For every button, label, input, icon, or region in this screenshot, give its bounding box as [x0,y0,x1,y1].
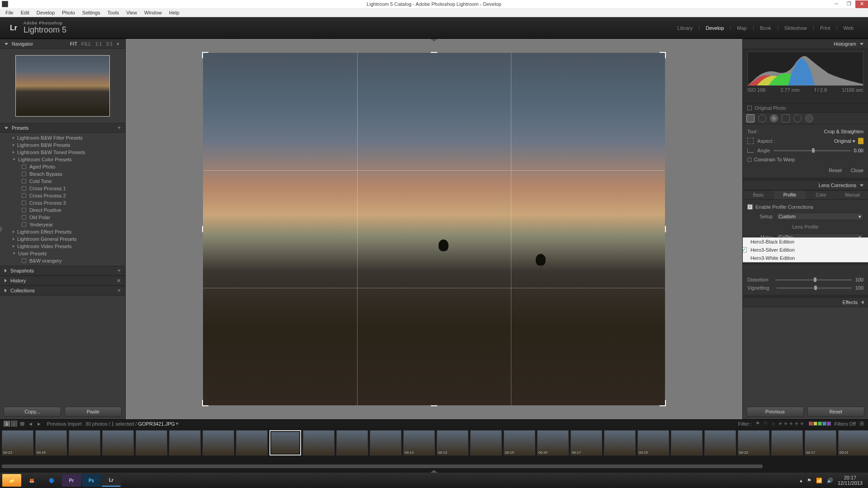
preset-item[interactable]: Aged Photo [0,163,125,170]
tray-flag-icon[interactable]: ⚑ [807,478,811,483]
lens-corrections-header[interactable]: Lens Corrections [743,180,868,190]
add-preset-icon[interactable]: + [118,125,121,131]
filmstrip-thumb[interactable]: 00:15 [637,430,669,455]
preset-item[interactable]: Yesteryear [0,221,125,228]
minimize-button[interactable]: ─ [830,0,843,8]
taskbar-explorer-icon[interactable]: 📁 [2,474,21,487]
filmstrip-thumb[interactable] [771,430,803,455]
filmstrip-thumb[interactable]: 00:15 [35,430,67,455]
grid-view-icon[interactable]: ▦ [20,421,24,427]
star-filter[interactable]: ≥ ★★★★★ [772,421,805,427]
crop-handle-tl[interactable] [202,52,208,58]
graduated-filter-icon[interactable] [782,114,790,122]
reset-button[interactable]: Reset [807,407,865,417]
menu-settings[interactable]: Settings [79,10,104,15]
taskbar-lightroom-icon[interactable]: Lr [102,474,121,487]
filmstrip-thumb[interactable] [136,430,167,455]
history-header[interactable]: History ✕ [0,276,125,286]
menu-develop[interactable]: Develop [33,10,58,15]
preset-folder[interactable]: Lightroom Effect Presets [0,228,125,235]
preset-folder[interactable]: User Presets [0,250,125,257]
filmstrip-thumb[interactable] [169,430,201,455]
dropdown-option[interactable]: Hero3-White Edition [742,254,868,262]
filmstrip-thumb[interactable] [704,430,736,455]
add-snapshot-icon[interactable]: + [118,267,121,274]
preset-folder[interactable]: Lightroom B&W Toned Presets [0,149,125,156]
color-label[interactable] [813,422,817,426]
filmstrip-thumb[interactable] [102,430,134,455]
crop-handle-right[interactable] [665,226,666,232]
crop-overlay[interactable] [203,53,665,405]
preset-item[interactable]: Cross Process 2 [0,192,125,199]
source-label[interactable]: Previous Import [47,421,82,427]
filmstrip-thumb[interactable]: 00:21 [838,430,868,455]
preset-folder[interactable]: Lightroom Color Presets [0,156,125,163]
zoom-dropdown-icon[interactable]: ▾ [117,41,119,47]
menu-window[interactable]: Window [141,10,165,15]
lens-tab-basic[interactable]: Basic [743,191,774,199]
tray-wifi-icon[interactable]: 📶 [816,478,822,483]
collections-header[interactable]: Collections + [0,286,125,296]
filename-dropdown-icon[interactable]: ▾ [176,421,179,427]
angle-icon[interactable] [747,148,754,153]
preset-item[interactable]: Old Polar [0,214,125,221]
preset-folder[interactable]: Lightroom General Presets [0,235,125,243]
preset-folder[interactable]: Lightroom B&W Filter Presets [0,134,125,141]
left-panel-toggle-icon[interactable] [0,225,3,233]
taskbar-chrome-icon[interactable]: 🔵 [42,474,61,487]
filter-switch-icon[interactable]: ⦿ [859,421,864,427]
clear-history-icon[interactable]: ✕ [117,278,121,284]
filmstrip-thumb[interactable]: 00:13 [403,430,435,455]
crop-reset-button[interactable]: Reset [829,168,842,173]
module-library[interactable]: Library [671,25,699,31]
aspect-value[interactable]: Original ▾ [834,138,855,144]
filmstrip-thumb[interactable]: 00:17 [805,430,836,455]
taskbar-photoshop-icon[interactable]: Ps [82,474,101,487]
adjustment-brush-icon[interactable] [805,114,813,122]
filmstrip-thumb[interactable]: 00:23 [2,430,33,455]
crop-handle-top[interactable] [431,52,437,53]
lens-tab-color[interactable]: Color [806,191,837,199]
dropdown-option[interactable]: Hero3-Black Edition [742,238,868,246]
tray-volume-icon[interactable]: 🔊 [827,478,833,483]
crop-handle-bl[interactable] [202,400,208,406]
filmstrip-scrollbar[interactable] [0,465,868,469]
taskbar-premiere-icon[interactable]: Pr [62,474,81,487]
menu-view[interactable]: View [123,10,141,15]
zoom-3-1[interactable]: 3:1 [106,41,113,47]
color-label[interactable] [818,422,822,426]
menu-edit[interactable]: Edit [17,10,33,15]
lens-tab-manual[interactable]: Manual [837,191,868,199]
filmstrip-thumb[interactable]: 00:35 [537,430,569,455]
snapshots-header[interactable]: Snapshots + [0,266,125,276]
zoom-fit[interactable]: FIT [70,41,78,47]
preset-item[interactable]: B&W orangery [0,257,125,264]
distortion-slider[interactable] [775,279,851,281]
page-2[interactable]: 2 [11,421,17,427]
top-panel-toggle-icon[interactable] [430,39,438,42]
flag-picked-icon[interactable]: ⚑ [755,421,760,427]
lock-icon[interactable] [858,138,863,144]
lens-tab-profile[interactable]: Profile [774,191,805,199]
bottom-panel-toggle-icon[interactable] [430,470,438,473]
dropdown-option-selected[interactable]: Hero3-Silver Edition [742,246,868,254]
scrollbar-thumb[interactable] [2,465,763,468]
filmstrip-thumb[interactable] [69,430,100,455]
crop-handle-bottom[interactable] [431,405,437,406]
aspect-icon[interactable] [747,138,754,144]
constrain-checkbox[interactable] [747,158,751,162]
menu-help[interactable]: Help [165,10,183,15]
filmstrip-thumb[interactable] [336,430,368,455]
radial-filter-icon[interactable] [793,114,802,122]
filmstrip-thumb[interactable] [303,430,335,455]
close-button[interactable]: ✕ [855,0,868,8]
module-book[interactable]: Book [753,25,778,31]
filters-off-label[interactable]: Filters Off [835,421,856,427]
filmstrip-thumb[interactable] [470,430,502,455]
histogram-graph[interactable] [747,52,863,86]
module-map[interactable]: Map [730,25,753,31]
filmstrip-thumb[interactable] [604,430,636,455]
filmstrip[interactable]: 00:2300:1500:1300:1300:1500:3500:1700:15… [0,427,868,465]
tray-clock[interactable]: 20:17 12/11/2013 [838,475,863,486]
crop-tool-icon[interactable] [746,114,755,122]
